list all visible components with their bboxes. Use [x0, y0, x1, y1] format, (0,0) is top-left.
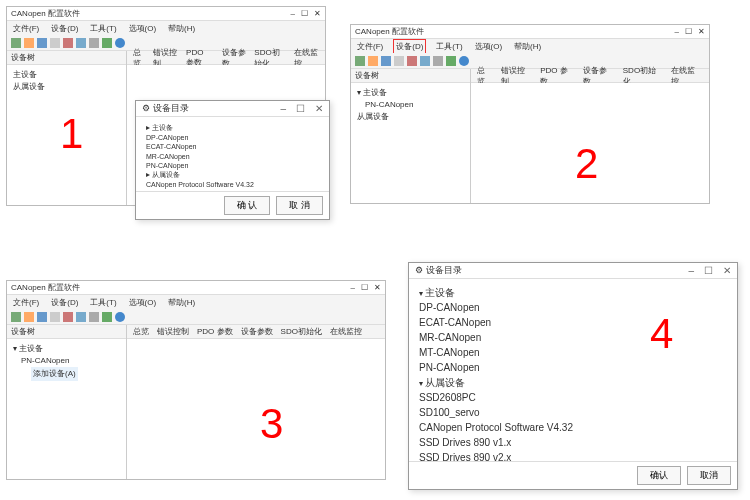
minimize-icon[interactable]: –	[688, 265, 694, 276]
toolbar-icon[interactable]	[115, 312, 125, 322]
group-master[interactable]: 主设备	[146, 123, 319, 133]
app-title: CANopen 配置软件	[11, 282, 80, 293]
toolbar-icon[interactable]	[24, 312, 34, 322]
maximize-icon[interactable]: ☐	[685, 27, 692, 36]
tree-slave[interactable]: 从属设备	[13, 81, 120, 93]
menu-option[interactable]: 选项(O)	[473, 40, 505, 53]
toolbar-icon[interactable]	[446, 56, 456, 66]
close-icon[interactable]: ✕	[314, 9, 321, 18]
context-add-device[interactable]: 添加设备(A)	[31, 367, 78, 381]
menu-file[interactable]: 文件(F)	[355, 40, 385, 53]
toolbar-icon[interactable]	[355, 56, 365, 66]
device-catalog-dialog-small: ⚙ 设备目录 – ☐ ✕ 主设备 DP-CANopen ECAT-CANopen…	[135, 100, 330, 220]
maximize-icon[interactable]: ☐	[361, 283, 368, 292]
toolbar-icon[interactable]	[433, 56, 443, 66]
menu-device[interactable]: 设备(D)	[393, 39, 426, 54]
toolbar-icon[interactable]	[394, 56, 404, 66]
item-ecat[interactable]: ECAT-CANopen	[146, 142, 319, 151]
toolbar-icon[interactable]	[11, 38, 21, 48]
menu-help[interactable]: 帮助(H)	[166, 296, 197, 309]
toolbar-icon[interactable]	[24, 38, 34, 48]
group-slave[interactable]: 从属设备	[146, 170, 319, 180]
tree-master[interactable]: 主设备	[13, 343, 120, 355]
toolbar-icon[interactable]	[89, 38, 99, 48]
item-dp[interactable]: DP-CANopen	[419, 300, 727, 315]
menu-file[interactable]: 文件(F)	[11, 22, 41, 35]
toolbar-icon[interactable]	[420, 56, 430, 66]
toolbar-icon[interactable]	[11, 312, 21, 322]
tree-master[interactable]: 主设备	[13, 69, 120, 81]
close-icon[interactable]: ✕	[698, 27, 705, 36]
tab-sdo[interactable]: SDO初始化	[281, 326, 322, 337]
toolbar-icon[interactable]	[115, 38, 125, 48]
menu-tool[interactable]: 工具(T)	[88, 296, 118, 309]
group-slave[interactable]: 从属设备	[419, 375, 727, 390]
close-icon[interactable]: ✕	[723, 265, 731, 276]
toolbar-icon[interactable]	[37, 38, 47, 48]
toolbar-icon[interactable]	[76, 312, 86, 322]
item-sd100[interactable]: SD100_servo	[419, 405, 727, 420]
cancel-button[interactable]: 取消	[687, 466, 731, 485]
toolbar-icon[interactable]	[63, 312, 73, 322]
tab-online[interactable]: 在线监控	[330, 326, 362, 337]
toolbar-icon[interactable]	[37, 312, 47, 322]
menu-file[interactable]: 文件(F)	[11, 296, 41, 309]
panel-2: CANopen 配置软件 – ☐ ✕ 文件(F) 设备(D) 工具(T) 选项(…	[350, 24, 710, 204]
maximize-icon[interactable]: ☐	[704, 265, 713, 276]
group-master[interactable]: 主设备	[419, 285, 727, 300]
item-890v1[interactable]: SSD Drives 890 v1.x	[419, 435, 727, 450]
toolbar-icon[interactable]	[368, 56, 378, 66]
tab-pdo[interactable]: PDO 参数	[197, 326, 233, 337]
toolbar-icon[interactable]	[63, 38, 73, 48]
toolbar-icon[interactable]	[50, 38, 60, 48]
maximize-icon[interactable]: ☐	[301, 9, 308, 18]
tree-pn[interactable]: PN-CANopen	[357, 99, 464, 111]
tab-devparam[interactable]: 设备参数	[241, 326, 273, 337]
menu-option[interactable]: 选项(O)	[127, 296, 159, 309]
menu-help[interactable]: 帮助(H)	[512, 40, 543, 53]
close-icon[interactable]: ✕	[315, 103, 323, 114]
toolbar-icon[interactable]	[89, 312, 99, 322]
tree-master[interactable]: 主设备	[357, 87, 464, 99]
menu-device[interactable]: 设备(D)	[49, 22, 80, 35]
toolbar-icon[interactable]	[50, 312, 60, 322]
item-890v2[interactable]: SSD Drives 890 v2.x	[419, 450, 727, 461]
tree-slave[interactable]: 从属设备	[357, 111, 464, 123]
tree-pn[interactable]: PN-CANopen	[13, 355, 120, 367]
item-mr[interactable]: MR-CANopen	[419, 330, 727, 345]
item-mr[interactable]: MR-CANopen	[146, 152, 319, 161]
item-dp[interactable]: DP-CANopen	[146, 133, 319, 142]
toolbar-icon[interactable]	[102, 38, 112, 48]
toolbar-icon[interactable]	[459, 56, 469, 66]
close-icon[interactable]: ✕	[374, 283, 381, 292]
toolbar-icon[interactable]	[381, 56, 391, 66]
item-canopen-proto[interactable]: CANopen Protocol Software V4.32	[419, 420, 727, 435]
menu-tool[interactable]: 工具(T)	[88, 22, 118, 35]
tab-overview[interactable]: 总览	[133, 326, 149, 337]
toolbar-icon[interactable]	[407, 56, 417, 66]
item-mt[interactable]: MT-CANopen	[419, 345, 727, 360]
item-ssd2608[interactable]: SSD2608PC	[419, 390, 727, 405]
ok-button[interactable]: 确 认	[224, 196, 271, 215]
ok-button[interactable]: 确认	[637, 466, 681, 485]
item-pn[interactable]: PN-CANopen	[419, 360, 727, 375]
item-ecat[interactable]: ECAT-CANopen	[419, 315, 727, 330]
menu-device[interactable]: 设备(D)	[49, 296, 80, 309]
toolbar-icon[interactable]	[76, 38, 86, 48]
toolbar	[7, 309, 385, 325]
menu-help[interactable]: 帮助(H)	[166, 22, 197, 35]
cancel-button[interactable]: 取 消	[276, 196, 323, 215]
minimize-icon[interactable]: –	[351, 283, 355, 292]
toolbar-icon[interactable]	[102, 312, 112, 322]
menu-tool[interactable]: 工具(T)	[434, 40, 464, 53]
device-tree: 主设备 从属设备	[7, 65, 126, 97]
minimize-icon[interactable]: –	[280, 103, 286, 114]
item-canopen-proto[interactable]: CANopen Protocol Software V4.32	[146, 180, 319, 189]
item-pn[interactable]: PN-CANopen	[146, 161, 319, 170]
step-number-4: 4	[650, 310, 673, 358]
menu-option[interactable]: 选项(O)	[127, 22, 159, 35]
tab-error[interactable]: 错误控制	[157, 326, 189, 337]
minimize-icon[interactable]: –	[291, 9, 295, 18]
minimize-icon[interactable]: –	[675, 27, 679, 36]
maximize-icon[interactable]: ☐	[296, 103, 305, 114]
